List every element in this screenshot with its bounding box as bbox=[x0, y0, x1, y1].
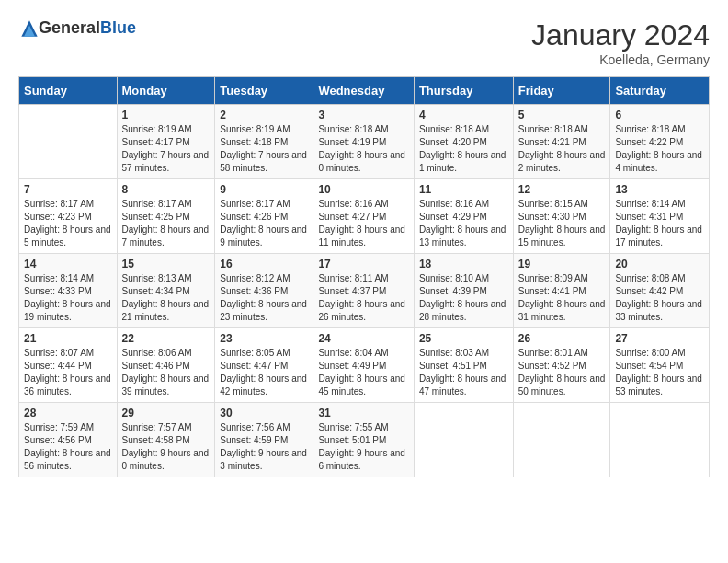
day-number: 27 bbox=[615, 332, 704, 345]
day-details: Sunrise: 8:14 AMSunset: 4:31 PMDaylight:… bbox=[615, 198, 704, 249]
day-details: Sunrise: 8:17 AMSunset: 4:25 PMDaylight:… bbox=[122, 198, 210, 249]
day-number: 31 bbox=[318, 407, 408, 419]
page-header: GeneralBlue January 2024 Koelleda, Germa… bbox=[18, 18, 710, 67]
day-number: 29 bbox=[122, 407, 210, 419]
day-cell: 23Sunrise: 8:05 AMSunset: 4:47 PMDayligh… bbox=[215, 328, 313, 403]
day-details: Sunrise: 8:18 AMSunset: 4:21 PMDaylight:… bbox=[518, 123, 606, 175]
day-cell: 21Sunrise: 8:07 AMSunset: 4:44 PMDayligh… bbox=[19, 328, 118, 403]
day-number: 7 bbox=[24, 183, 112, 196]
day-cell: 11Sunrise: 8:16 AMSunset: 4:29 PMDayligh… bbox=[414, 179, 513, 254]
week-row-1: 1Sunrise: 8:19 AMSunset: 4:17 PMDaylight… bbox=[19, 105, 710, 179]
day-number: 6 bbox=[615, 109, 704, 121]
day-cell: 31Sunrise: 7:55 AMSunset: 5:01 PMDayligh… bbox=[313, 403, 414, 477]
day-details: Sunrise: 8:19 AMSunset: 4:18 PMDaylight:… bbox=[220, 123, 308, 175]
day-cell: 18Sunrise: 8:10 AMSunset: 4:39 PMDayligh… bbox=[414, 254, 513, 328]
day-cell: 3Sunrise: 8:18 AMSunset: 4:19 PMDaylight… bbox=[313, 105, 414, 179]
day-cell: 24Sunrise: 8:04 AMSunset: 4:49 PMDayligh… bbox=[313, 328, 414, 403]
day-details: Sunrise: 8:14 AMSunset: 4:33 PMDaylight:… bbox=[24, 272, 112, 324]
day-cell bbox=[610, 403, 710, 477]
day-cell: 5Sunrise: 8:18 AMSunset: 4:21 PMDaylight… bbox=[513, 105, 610, 179]
day-number: 26 bbox=[518, 332, 606, 345]
day-cell: 19Sunrise: 8:09 AMSunset: 4:41 PMDayligh… bbox=[513, 254, 610, 328]
logo-icon bbox=[20, 19, 39, 38]
day-cell: 8Sunrise: 8:17 AMSunset: 4:25 PMDaylight… bbox=[117, 179, 215, 254]
day-number: 19 bbox=[518, 258, 606, 270]
month-year-title: January 2024 bbox=[531, 18, 710, 52]
day-details: Sunrise: 8:00 AMSunset: 4:54 PMDaylight:… bbox=[615, 347, 704, 398]
day-cell: 1Sunrise: 8:19 AMSunset: 4:17 PMDaylight… bbox=[117, 105, 215, 179]
day-number: 15 bbox=[122, 258, 210, 270]
day-number: 23 bbox=[220, 332, 308, 345]
header-day-wednesday: Wednesday bbox=[313, 77, 414, 105]
day-cell bbox=[513, 403, 610, 477]
day-cell: 14Sunrise: 8:14 AMSunset: 4:33 PMDayligh… bbox=[19, 254, 118, 328]
day-cell: 25Sunrise: 8:03 AMSunset: 4:51 PMDayligh… bbox=[414, 328, 513, 403]
day-number: 12 bbox=[518, 183, 606, 196]
day-number: 28 bbox=[24, 407, 112, 419]
day-cell: 12Sunrise: 8:15 AMSunset: 4:30 PMDayligh… bbox=[513, 179, 610, 254]
day-number: 8 bbox=[122, 183, 210, 196]
day-number: 2 bbox=[220, 109, 308, 121]
day-number: 14 bbox=[24, 258, 112, 270]
day-details: Sunrise: 8:16 AMSunset: 4:29 PMDaylight:… bbox=[419, 198, 508, 249]
week-row-5: 28Sunrise: 7:59 AMSunset: 4:56 PMDayligh… bbox=[19, 403, 710, 477]
day-details: Sunrise: 8:07 AMSunset: 4:44 PMDaylight:… bbox=[24, 347, 112, 398]
day-details: Sunrise: 8:05 AMSunset: 4:47 PMDaylight:… bbox=[220, 347, 308, 398]
day-number: 20 bbox=[615, 258, 704, 270]
header-day-sunday: Sunday bbox=[19, 77, 118, 105]
day-details: Sunrise: 7:56 AMSunset: 4:59 PMDaylight:… bbox=[220, 421, 308, 473]
week-row-2: 7Sunrise: 8:17 AMSunset: 4:23 PMDaylight… bbox=[19, 179, 710, 254]
header-row: SundayMondayTuesdayWednesdayThursdayFrid… bbox=[19, 77, 710, 105]
day-cell: 26Sunrise: 8:01 AMSunset: 4:52 PMDayligh… bbox=[513, 328, 610, 403]
day-details: Sunrise: 8:04 AMSunset: 4:49 PMDaylight:… bbox=[318, 347, 408, 398]
day-details: Sunrise: 8:08 AMSunset: 4:42 PMDaylight:… bbox=[615, 272, 704, 324]
day-number: 1 bbox=[122, 109, 210, 121]
day-number: 9 bbox=[220, 183, 308, 196]
header-day-thursday: Thursday bbox=[414, 77, 513, 105]
day-details: Sunrise: 7:57 AMSunset: 4:58 PMDaylight:… bbox=[122, 421, 210, 473]
day-details: Sunrise: 8:15 AMSunset: 4:30 PMDaylight:… bbox=[518, 198, 606, 249]
day-cell: 27Sunrise: 8:00 AMSunset: 4:54 PMDayligh… bbox=[610, 328, 710, 403]
day-cell: 29Sunrise: 7:57 AMSunset: 4:58 PMDayligh… bbox=[117, 403, 215, 477]
logo-general: General bbox=[39, 18, 100, 38]
day-details: Sunrise: 8:09 AMSunset: 4:41 PMDaylight:… bbox=[518, 272, 606, 324]
day-cell: 16Sunrise: 8:12 AMSunset: 4:36 PMDayligh… bbox=[215, 254, 313, 328]
day-number: 24 bbox=[318, 332, 408, 345]
day-number: 17 bbox=[318, 258, 408, 270]
header-day-friday: Friday bbox=[513, 77, 610, 105]
day-details: Sunrise: 7:59 AMSunset: 4:56 PMDaylight:… bbox=[24, 421, 112, 473]
week-row-3: 14Sunrise: 8:14 AMSunset: 4:33 PMDayligh… bbox=[19, 254, 710, 328]
day-cell: 2Sunrise: 8:19 AMSunset: 4:18 PMDaylight… bbox=[215, 105, 313, 179]
logo-blue: Blue bbox=[100, 18, 136, 38]
day-cell bbox=[414, 403, 513, 477]
day-details: Sunrise: 8:10 AMSunset: 4:39 PMDaylight:… bbox=[419, 272, 508, 324]
day-cell: 15Sunrise: 8:13 AMSunset: 4:34 PMDayligh… bbox=[117, 254, 215, 328]
day-cell: 7Sunrise: 8:17 AMSunset: 4:23 PMDaylight… bbox=[19, 179, 118, 254]
day-details: Sunrise: 8:19 AMSunset: 4:17 PMDaylight:… bbox=[122, 123, 210, 175]
day-cell: 4Sunrise: 8:18 AMSunset: 4:20 PMDaylight… bbox=[414, 105, 513, 179]
day-details: Sunrise: 8:18 AMSunset: 4:19 PMDaylight:… bbox=[318, 123, 408, 175]
title-block: January 2024 Koelleda, Germany bbox=[531, 18, 710, 67]
day-details: Sunrise: 8:18 AMSunset: 4:20 PMDaylight:… bbox=[419, 123, 508, 175]
day-number: 16 bbox=[220, 258, 308, 270]
day-details: Sunrise: 8:16 AMSunset: 4:27 PMDaylight:… bbox=[318, 198, 408, 249]
day-details: Sunrise: 8:12 AMSunset: 4:36 PMDaylight:… bbox=[220, 272, 308, 324]
header-day-tuesday: Tuesday bbox=[215, 77, 313, 105]
day-number: 11 bbox=[419, 183, 508, 196]
day-details: Sunrise: 8:11 AMSunset: 4:37 PMDaylight:… bbox=[318, 272, 408, 324]
day-number: 25 bbox=[419, 332, 508, 345]
day-cell: 20Sunrise: 8:08 AMSunset: 4:42 PMDayligh… bbox=[610, 254, 710, 328]
day-number: 5 bbox=[518, 109, 606, 121]
day-details: Sunrise: 8:01 AMSunset: 4:52 PMDaylight:… bbox=[518, 347, 606, 398]
day-details: Sunrise: 7:55 AMSunset: 5:01 PMDaylight:… bbox=[318, 421, 408, 473]
calendar-header: SundayMondayTuesdayWednesdayThursdayFrid… bbox=[19, 77, 710, 105]
day-cell: 6Sunrise: 8:18 AMSunset: 4:22 PMDaylight… bbox=[610, 105, 710, 179]
day-cell: 30Sunrise: 7:56 AMSunset: 4:59 PMDayligh… bbox=[215, 403, 313, 477]
day-number: 3 bbox=[318, 109, 408, 121]
day-details: Sunrise: 8:03 AMSunset: 4:51 PMDaylight:… bbox=[419, 347, 508, 398]
day-cell: 17Sunrise: 8:11 AMSunset: 4:37 PMDayligh… bbox=[313, 254, 414, 328]
header-day-monday: Monday bbox=[117, 77, 215, 105]
day-number: 30 bbox=[220, 407, 308, 419]
day-cell: 28Sunrise: 7:59 AMSunset: 4:56 PMDayligh… bbox=[19, 403, 118, 477]
day-number: 18 bbox=[419, 258, 508, 270]
